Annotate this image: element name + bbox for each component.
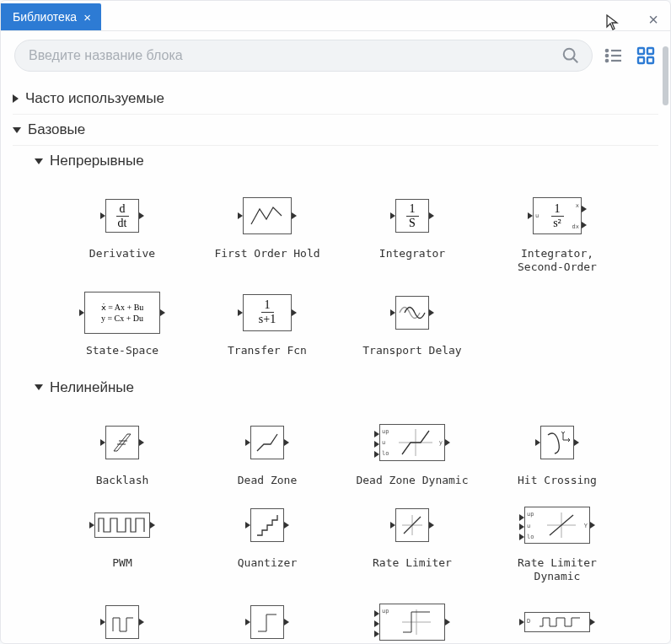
content-area: Часто используемые Базовые Непрерывные d… bbox=[1, 80, 670, 643]
svg-point-0 bbox=[564, 49, 575, 60]
svg-rect-11 bbox=[647, 57, 653, 63]
block-icon bbox=[250, 605, 284, 639]
block-icon: up bbox=[379, 604, 445, 641]
block-icon: ddt bbox=[105, 199, 139, 233]
block-label: Backlash bbox=[96, 474, 149, 487]
subcategory-label: Нелинейные bbox=[50, 379, 134, 396]
block-icon bbox=[250, 508, 284, 542]
block-label: Rate Limiter Dynamic bbox=[518, 556, 597, 584]
block-label: Transport Delay bbox=[362, 344, 461, 357]
list-view-button[interactable] bbox=[603, 45, 625, 67]
block-dead-zone[interactable]: Dead Zone bbox=[200, 416, 335, 487]
search-box[interactable] bbox=[14, 40, 593, 72]
block-label: State-Space bbox=[86, 344, 158, 357]
block-integrator-second-order[interactable]: u x dx 1s² Integrator, Second-Order bbox=[490, 190, 625, 275]
block-state-space[interactable]: ẋ = Ax + Buy = Cx + Du State-Space bbox=[55, 287, 190, 357]
block-transport-delay[interactable]: Transport Delay bbox=[345, 287, 480, 357]
block-dead-zone-dynamic[interactable]: up u lo y Dead Zone Dynamic bbox=[345, 416, 480, 487]
chevron-right-icon bbox=[13, 94, 19, 103]
block-label: Dead Zone Dynamic bbox=[356, 474, 468, 487]
block-partial-2[interactable] bbox=[200, 596, 335, 644]
blocks-grid-nonlinear: Backlash Dead Zone up u lo y Dead bbox=[13, 403, 658, 643]
block-rate-limiter[interactable]: Rate Limiter bbox=[345, 499, 480, 584]
block-icon: up u lo Y bbox=[524, 507, 590, 544]
block-label: Derivative bbox=[89, 247, 155, 260]
subcategory-continuous[interactable]: Непрерывные bbox=[13, 146, 658, 176]
tab-label: Библиотека bbox=[13, 10, 77, 24]
block-rate-limiter-dynamic[interactable]: up u lo Y Rate Limiter Dynamic bbox=[490, 499, 625, 584]
block-icon bbox=[105, 426, 139, 459]
category-frequent[interactable]: Часто используемые bbox=[13, 83, 658, 115]
block-pwm[interactable]: PWM bbox=[55, 499, 190, 584]
block-derivative[interactable]: ddt Derivative bbox=[55, 190, 190, 275]
library-panel: Библиотека × × Часто используемые bbox=[0, 0, 671, 644]
category-label: Часто используемые bbox=[25, 90, 164, 107]
svg-line-13 bbox=[117, 434, 131, 451]
block-icon: D bbox=[524, 612, 590, 632]
block-transfer-fcn[interactable]: 1s+1 Transfer Fcn bbox=[200, 287, 335, 357]
svg-line-1 bbox=[573, 58, 578, 63]
svg-rect-10 bbox=[638, 57, 644, 63]
grid-view-button[interactable] bbox=[635, 45, 657, 67]
block-icon: 1s+1 bbox=[243, 294, 292, 331]
svg-rect-9 bbox=[647, 48, 653, 54]
chevron-down-icon bbox=[35, 158, 43, 164]
svg-point-6 bbox=[606, 60, 608, 62]
block-label: First Order Hold bbox=[214, 247, 319, 260]
block-label: Integrator bbox=[379, 247, 445, 260]
block-icon: up u lo y bbox=[379, 424, 445, 461]
block-icon bbox=[243, 197, 292, 234]
svg-rect-8 bbox=[638, 48, 644, 54]
block-label: Quantizer bbox=[238, 556, 297, 570]
subcategory-nonlinear[interactable]: Нелинейные bbox=[13, 373, 658, 403]
block-label: Hit Crossing bbox=[518, 474, 597, 487]
block-label: Transfer Fcn bbox=[228, 344, 307, 357]
block-icon: 1S bbox=[395, 199, 429, 233]
search-icon[interactable] bbox=[561, 46, 580, 65]
block-integrator[interactable]: 1S Integrator bbox=[345, 190, 480, 275]
blocks-grid-continuous: ddt Derivative First Order Hold 1S Integ… bbox=[13, 176, 658, 373]
tab-bar: Библиотека × × bbox=[1, 1, 670, 31]
category-basic[interactable]: Базовые bbox=[13, 115, 658, 146]
block-icon bbox=[250, 426, 284, 459]
svg-point-2 bbox=[606, 50, 608, 51]
toolbar bbox=[1, 31, 670, 80]
block-icon: u x dx 1s² bbox=[533, 197, 582, 234]
block-label: Rate Limiter bbox=[373, 556, 452, 570]
block-partial-4[interactable]: D bbox=[490, 596, 625, 644]
block-first-order-hold[interactable]: First Order Hold bbox=[200, 190, 335, 275]
block-backlash[interactable]: Backlash bbox=[55, 416, 190, 487]
svg-point-4 bbox=[606, 55, 608, 56]
search-input[interactable] bbox=[27, 47, 561, 64]
block-partial-1[interactable] bbox=[55, 596, 190, 644]
chevron-down-icon bbox=[13, 127, 21, 133]
block-icon bbox=[540, 426, 574, 459]
svg-line-12 bbox=[114, 434, 127, 451]
category-label: Базовые bbox=[28, 121, 85, 138]
block-label: Integrator, Second-Order bbox=[518, 247, 597, 275]
block-partial-3[interactable]: up bbox=[345, 596, 480, 644]
block-hit-crossing[interactable]: Hit Crossing bbox=[490, 416, 625, 487]
block-icon bbox=[395, 296, 429, 330]
chevron-down-icon bbox=[35, 384, 43, 390]
block-quantizer[interactable]: Quantizer bbox=[200, 499, 335, 584]
block-icon: ẋ = Ax + Buy = Cx + Du bbox=[84, 292, 160, 334]
close-tab-icon[interactable]: × bbox=[83, 11, 91, 24]
tab-library[interactable]: Библиотека × bbox=[1, 3, 101, 30]
block-label: PWM bbox=[112, 556, 132, 570]
close-panel-icon[interactable]: × bbox=[648, 11, 658, 28]
block-label: Dead Zone bbox=[238, 474, 297, 487]
block-icon bbox=[105, 605, 139, 639]
subcategory-label: Непрерывные bbox=[50, 153, 144, 169]
block-icon bbox=[395, 508, 429, 542]
block-icon bbox=[94, 513, 150, 538]
